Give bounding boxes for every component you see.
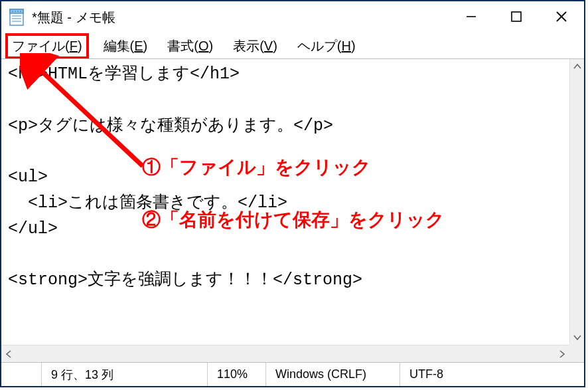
scroll-right-icon[interactable] bbox=[555, 347, 569, 361]
scroll-left-icon[interactable] bbox=[1, 347, 16, 361]
status-blank bbox=[1, 363, 41, 386]
scroll-down-icon[interactable] bbox=[570, 330, 585, 345]
menubar: ファイル(F) 編集(E) 書式(O) 表示(V) ヘルプ(H) bbox=[1, 33, 584, 58]
minimize-icon bbox=[465, 11, 477, 23]
scroll-up-icon[interactable] bbox=[570, 59, 585, 74]
status-line-ending: Windows (CRLF) bbox=[265, 363, 400, 386]
menu-help[interactable]: ヘルプ(H) bbox=[292, 35, 361, 58]
editor-area: <h1>HTMLを学習します</h1> <p>タグには様々な種類があります。</… bbox=[1, 58, 584, 362]
scrollbar-corner bbox=[569, 345, 584, 362]
menu-file[interactable]: ファイル(F) bbox=[5, 33, 89, 59]
status-zoom: 110% bbox=[207, 363, 265, 386]
close-icon bbox=[555, 10, 568, 23]
text-editor[interactable]: <h1>HTMLを学習します</h1> <p>タグには様々な種類があります。</… bbox=[1, 59, 584, 362]
svg-point-2 bbox=[12, 11, 13, 12]
notepad-window: *無題 - メモ帳 ファイル(F) 編集(E) 書式(O) 表示(V) ヘルプ(… bbox=[0, 0, 585, 387]
horizontal-scrollbar[interactable] bbox=[1, 345, 569, 362]
window-controls bbox=[449, 1, 584, 33]
menu-view[interactable]: 表示(V) bbox=[228, 35, 283, 58]
close-button[interactable] bbox=[539, 1, 584, 32]
menu-edit[interactable]: 編集(E) bbox=[98, 35, 153, 58]
notepad-icon bbox=[8, 7, 25, 27]
svg-point-5 bbox=[20, 11, 21, 12]
svg-rect-10 bbox=[512, 12, 521, 21]
status-position: 9 行、13 列 bbox=[41, 363, 207, 386]
menu-format[interactable]: 書式(O) bbox=[162, 35, 218, 58]
statusbar: 9 行、13 列 110% Windows (CRLF) UTF-8 bbox=[1, 362, 584, 386]
svg-point-3 bbox=[15, 11, 16, 12]
status-encoding: UTF-8 bbox=[400, 363, 584, 386]
maximize-button[interactable] bbox=[494, 1, 539, 32]
minimize-button[interactable] bbox=[449, 1, 494, 32]
vertical-scrollbar[interactable] bbox=[569, 59, 584, 345]
window-title: *無題 - メモ帳 bbox=[32, 9, 449, 27]
maximize-icon bbox=[510, 11, 522, 23]
titlebar[interactable]: *無題 - メモ帳 bbox=[1, 1, 584, 33]
svg-point-4 bbox=[17, 11, 19, 12]
